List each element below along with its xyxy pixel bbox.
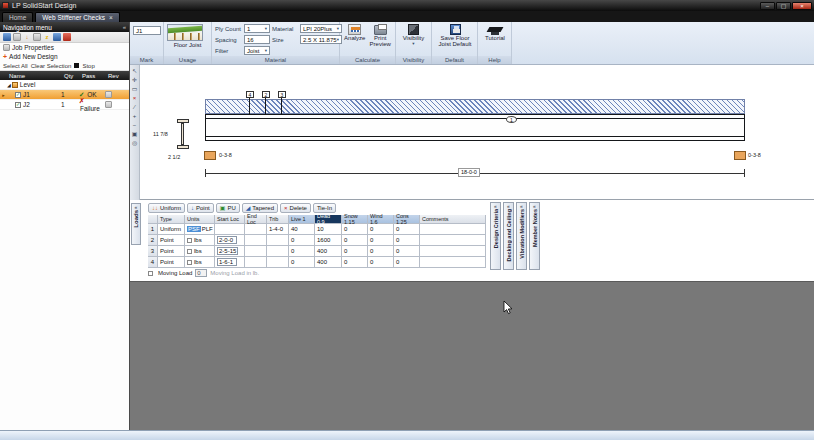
collapse-panel-icon[interactable]: « (123, 24, 126, 30)
zoom-extents-icon[interactable]: ▣ (131, 130, 139, 138)
dead-cell[interactable]: 400 (315, 257, 342, 268)
save-job-icon[interactable] (3, 33, 11, 41)
snow-cell[interactable]: 0 (342, 246, 368, 257)
design-row-j2[interactable]: ✓ J2 1 ✗ Failure (0, 100, 129, 110)
load-units-cell[interactable]: lbs (185, 257, 215, 268)
open-job-icon[interactable] (13, 33, 21, 41)
wind-cell[interactable]: 0 (368, 257, 394, 268)
tree-expander-icon[interactable]: ◢ (7, 82, 11, 88)
visibility-button[interactable]: Visibility ▾ (400, 24, 428, 47)
tie-in-load-button[interactable]: Tie-In (313, 203, 336, 213)
tree-row-level[interactable]: ◢ Level (0, 80, 129, 90)
ply-count-select[interactable]: 1 ▾ (244, 24, 270, 33)
stop-link[interactable]: Stop (82, 63, 94, 69)
revision-icon[interactable] (105, 91, 112, 98)
tab-web-stiffener-checks[interactable]: Web Stiffener Checks × (35, 12, 119, 22)
stop-icon[interactable] (74, 63, 79, 68)
end-loc-cell[interactable] (245, 246, 267, 257)
load-units-cell[interactable]: lbs (185, 235, 215, 246)
cons-cell[interactable]: 0 (394, 235, 420, 246)
live-cell[interactable]: 0 (289, 246, 315, 257)
add-new-design-row[interactable]: + Add New Design (0, 52, 129, 61)
tab-member-notes[interactable]: « Member Notes (529, 202, 540, 270)
units-checkbox[interactable] (187, 260, 192, 265)
mark-input[interactable]: J1 (133, 26, 161, 35)
print-preview-button[interactable]: Print Preview (369, 24, 393, 55)
start-loc-input[interactable]: 1-6-1 (217, 258, 237, 266)
usage-picker[interactable] (167, 24, 203, 41)
loads-tab[interactable]: « Loads (131, 203, 141, 245)
cons-cell[interactable]: 0 (394, 257, 420, 268)
load-type-cell[interactable]: Point (158, 246, 185, 257)
load-units-cell[interactable]: lbs (185, 246, 215, 257)
tapered-load-button[interactable]: ◢ Tapered (242, 203, 278, 213)
zoom-in-icon[interactable]: + (131, 112, 139, 120)
start-loc-cell[interactable]: 1-6-1 (215, 257, 245, 268)
run-all-icon[interactable]: z (43, 33, 51, 41)
start-loc-input[interactable]: 2-0-0 (217, 236, 237, 244)
import-icon[interactable]: ↓ (23, 33, 31, 41)
load-units-cell[interactable]: PSF PLF (185, 224, 215, 235)
live-cell[interactable]: 0 (289, 235, 315, 246)
design-row-j1[interactable]: ▸ ✓ J1 1 ✓ OK (0, 90, 129, 100)
trib-cell[interactable] (267, 257, 289, 268)
size-select[interactable]: 2.5 X 11.875 ▾ (300, 35, 342, 44)
start-loc-cell[interactable]: 2-0-0 (215, 235, 245, 246)
tab-vibration-modifiers[interactable]: « Vibration Modifiers (516, 202, 527, 270)
load-type-cell[interactable]: Uniform (158, 224, 185, 235)
job-properties-row[interactable]: Job Properties (0, 43, 129, 52)
snow-cell[interactable]: 0 (342, 235, 368, 246)
cons-cell[interactable]: 0 (394, 246, 420, 257)
close-button[interactable]: × (792, 2, 812, 10)
moving-load-input[interactable]: 0 (195, 269, 207, 277)
pan-tool-icon[interactable]: ✛ (131, 76, 139, 84)
load-type-cell[interactable]: Point (158, 235, 185, 246)
delete-load-button[interactable]: × Delete (280, 203, 311, 213)
comments-cell[interactable] (420, 224, 486, 235)
draw-tool-icon[interactable]: ∕ (131, 103, 139, 111)
j2-checkbox[interactable]: ✓ (15, 102, 21, 108)
revision-icon[interactable] (105, 101, 112, 108)
tutorial-button[interactable]: Tutorial (481, 24, 509, 41)
zoom-window-icon[interactable]: ◎ (131, 139, 139, 147)
delete-design-icon[interactable] (63, 33, 71, 41)
dead-cell[interactable]: 1600 (315, 235, 342, 246)
tab-close-icon[interactable]: × (109, 14, 113, 21)
units-selected[interactable]: PSF (187, 226, 201, 232)
select-all-link[interactable]: Select All (3, 63, 28, 69)
tab-design-criteria[interactable]: « Design Criteria (490, 202, 501, 270)
filter-select[interactable]: Joist ▾ (244, 46, 270, 55)
cons-cell[interactable]: 0 (394, 224, 420, 235)
trib-cell[interactable] (267, 235, 289, 246)
snow-cell[interactable]: 0 (342, 257, 368, 268)
material-select[interactable]: LPI 20Plus ▾ (300, 24, 342, 33)
units-checkbox[interactable] (187, 238, 192, 243)
wind-cell[interactable]: 0 (368, 246, 394, 257)
j1-checkbox[interactable]: ✓ (15, 92, 21, 98)
minimize-button[interactable]: – (760, 2, 775, 10)
load-type-cell[interactable]: Point (158, 257, 185, 268)
start-loc-cell[interactable] (215, 224, 245, 235)
trib-cell[interactable] (267, 246, 289, 257)
end-loc-cell[interactable] (245, 235, 267, 246)
start-loc-cell[interactable]: 2-5-15 (215, 246, 245, 257)
select-tool-icon[interactable]: ↖ (131, 67, 139, 75)
start-loc-input[interactable]: 2-5-15 (217, 247, 238, 255)
print-icon[interactable] (33, 33, 41, 41)
units-checkbox[interactable] (187, 249, 192, 254)
spacing-input[interactable]: 16 (244, 35, 270, 44)
save-default-button[interactable]: Save Floor Joist Default (435, 24, 475, 47)
clear-selection-link[interactable]: Clear Selection (31, 63, 72, 69)
comments-cell[interactable] (420, 246, 486, 257)
live-cell[interactable]: 40 (289, 224, 315, 235)
region-tool-icon[interactable]: ▭ (131, 85, 139, 93)
point-load-button[interactable]: ↓ Point (187, 203, 214, 213)
end-loc-cell[interactable] (245, 257, 267, 268)
snow-cell[interactable]: 0 (342, 224, 368, 235)
moving-load-checkbox[interactable] (148, 271, 153, 276)
pu-load-button[interactable]: ▣ PU (216, 203, 240, 213)
tab-home[interactable]: Home (2, 12, 33, 22)
comments-cell[interactable] (420, 235, 486, 246)
wind-cell[interactable]: 0 (368, 224, 394, 235)
copy-design-icon[interactable] (53, 33, 61, 41)
